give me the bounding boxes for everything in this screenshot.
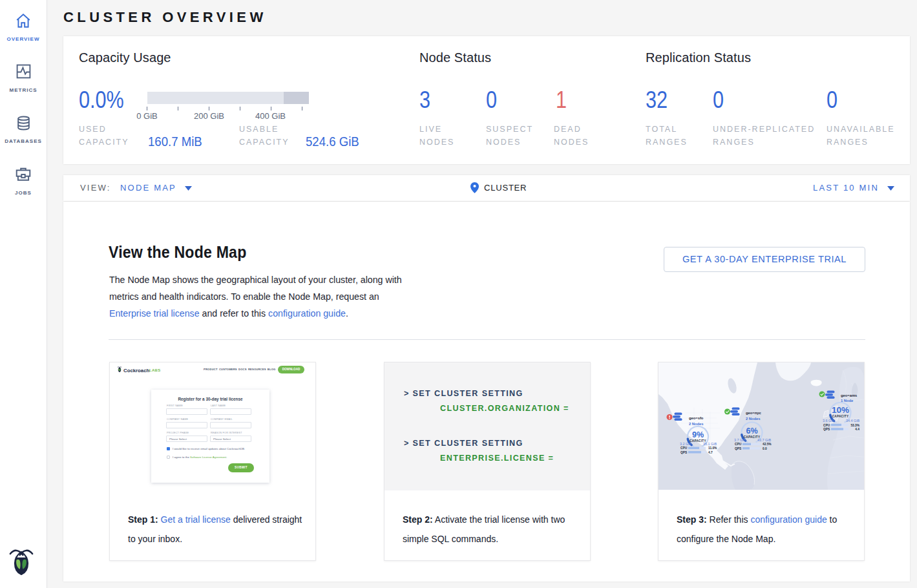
svg-text:CPU: CPU	[680, 446, 688, 450]
svg-text:1 Node: 1 Node	[841, 399, 854, 403]
svg-text:CAPACITY: CAPACITY	[832, 415, 849, 418]
svg-text:43.7 GiB: 43.7 GiB	[757, 438, 771, 442]
svg-text:0.0: 0.0	[763, 447, 767, 450]
svg-text:10%: 10%	[832, 405, 849, 415]
svg-text:53.3%: 53.3%	[850, 424, 859, 427]
svg-text:11.0%: 11.0%	[708, 446, 717, 450]
svg-text:geo=ams: geo=ams	[841, 394, 857, 397]
svg-text:42.5%: 42.5%	[763, 443, 772, 446]
svg-text:CPU: CPU	[823, 424, 830, 427]
svg-text:3.6 GiB: 3.6 GiB	[823, 419, 834, 423]
svg-text:4.7: 4.7	[708, 451, 713, 454]
svg-text:34.4 GiB: 34.4 GiB	[846, 419, 859, 423]
svg-text:6%: 6%	[746, 426, 757, 436]
svg-text:35.1 GiB: 35.1 GiB	[703, 442, 717, 446]
svg-text:2 Nodes: 2 Nodes	[746, 417, 761, 421]
svg-text:3.2 GiB: 3.2 GiB	[680, 442, 691, 446]
svg-text:3.7 GiB: 3.7 GiB	[734, 438, 746, 442]
svg-text:CPU: CPU	[735, 443, 742, 446]
svg-text:QPS: QPS	[735, 447, 742, 450]
svg-text:4.4: 4.4	[855, 428, 859, 431]
svg-text:2 Nodes: 2 Nodes	[689, 422, 704, 426]
svg-text:9%: 9%	[692, 430, 704, 439]
svg-text:QPS: QPS	[680, 451, 688, 454]
svg-text:QPS: QPS	[823, 428, 830, 431]
svg-text:geo=sfo: geo=sfo	[689, 416, 704, 420]
svg-text:geo=nyc: geo=nyc	[746, 411, 761, 415]
